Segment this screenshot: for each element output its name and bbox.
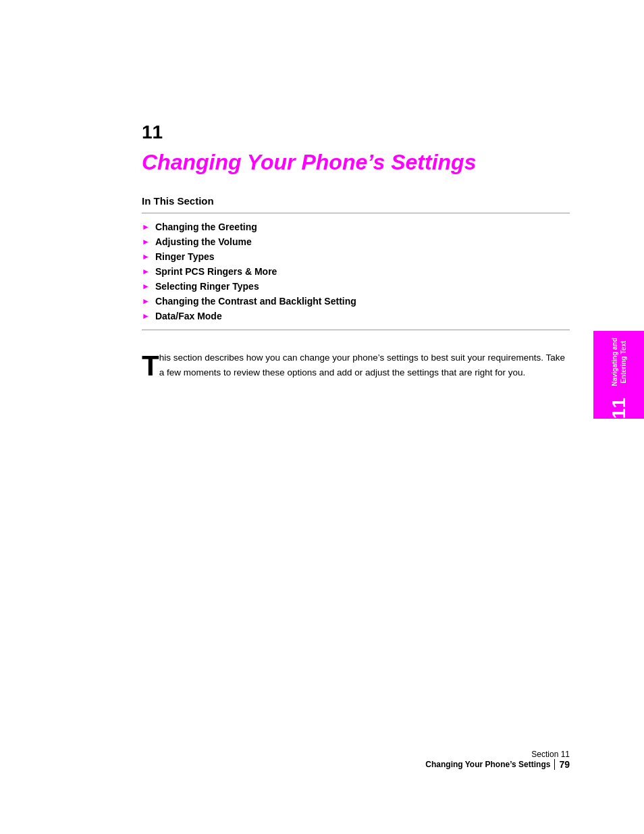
toc-link[interactable]: Adjusting the Volume xyxy=(155,236,252,247)
side-tab-text: Navigating and Entering Text xyxy=(610,331,628,394)
footer-section-label: Section 11 xyxy=(425,750,570,759)
footer-vertical-divider xyxy=(554,759,555,770)
arrow-icon: ► xyxy=(142,237,150,246)
toc-link[interactable]: Sprint PCS Ringers & More xyxy=(155,266,277,277)
toc-link[interactable]: Selecting Ringer Types xyxy=(155,281,259,292)
side-tab: Navigating and Entering Text 11 xyxy=(593,331,644,419)
footer-line: Changing Your Phone’s Settings 79 xyxy=(425,759,570,770)
bottom-divider xyxy=(142,330,570,330)
footer: Section 11 Changing Your Phone’s Setting… xyxy=(425,750,570,770)
list-item: ► Sprint PCS Ringers & More xyxy=(142,266,570,277)
toc-link[interactable]: Changing the Greeting xyxy=(155,221,257,232)
content-area: 11 Changing Your Phone’s Settings In Thi… xyxy=(142,0,570,380)
chapter-number: 11 xyxy=(142,122,570,143)
arrow-icon: ► xyxy=(142,222,150,232)
list-item: ► Data/Fax Mode xyxy=(142,311,570,321)
section-header: In This Section xyxy=(142,195,570,207)
toc-link[interactable]: Ringer Types xyxy=(155,251,215,262)
drop-cap: T xyxy=(142,352,159,380)
top-divider xyxy=(142,213,570,213)
list-item: ► Adjusting the Volume xyxy=(142,236,570,247)
arrow-icon: ► xyxy=(142,282,150,291)
toc-link[interactable]: Data/Fax Mode xyxy=(155,311,222,321)
list-item: ► Changing the Greeting xyxy=(142,221,570,232)
arrow-icon: ► xyxy=(142,252,150,261)
arrow-icon: ► xyxy=(142,296,150,306)
footer-title: Changing Your Phone’s Settings xyxy=(425,760,550,769)
arrow-icon: ► xyxy=(142,267,150,276)
side-tab-number: 11 xyxy=(608,398,630,419)
list-item: ► Changing the Contrast and Backlight Se… xyxy=(142,296,570,307)
chapter-title: Changing Your Phone’s Settings xyxy=(142,150,570,175)
footer-page-number: 79 xyxy=(559,759,570,770)
arrow-icon: ► xyxy=(142,311,150,321)
section-header-text: In This Section xyxy=(142,195,214,207)
body-text: This section describes how you can chang… xyxy=(142,350,570,380)
body-text-content: his section describes how you can change… xyxy=(159,353,565,377)
toc-link[interactable]: Changing the Contrast and Backlight Sett… xyxy=(155,296,356,307)
list-item: ► Selecting Ringer Types xyxy=(142,281,570,292)
page: 11 Changing Your Phone’s Settings In Thi… xyxy=(0,0,644,834)
toc-list: ► Changing the Greeting ► Adjusting the … xyxy=(142,221,570,321)
list-item: ► Ringer Types xyxy=(142,251,570,262)
